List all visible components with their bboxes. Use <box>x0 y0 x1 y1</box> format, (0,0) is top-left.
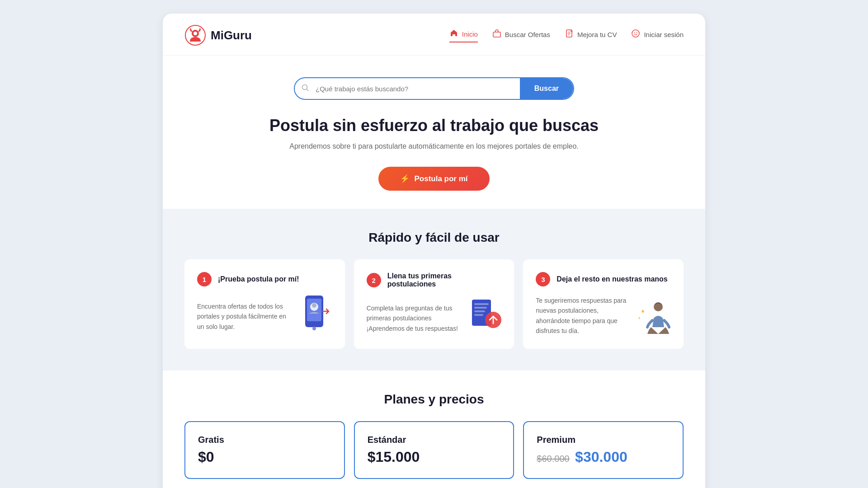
feature-header-3: 3 Deja el resto en nuestras manos <box>536 272 671 286</box>
svg-point-8 <box>302 84 307 89</box>
feature-title-3: Deja el resto en nuestras manos <box>557 275 667 283</box>
svg-point-20 <box>654 302 663 311</box>
nav-item-login[interactable]: Iniciar sesión <box>631 29 684 42</box>
hero-subtitle: Aprendemos sobre ti para postularte auto… <box>184 142 684 150</box>
hero-title: Postula sin esfuerzo al trabajo que busc… <box>184 116 684 135</box>
search-button[interactable]: Buscar <box>520 78 573 99</box>
svg-point-2 <box>193 32 197 35</box>
plan-price-premium: $30.000 <box>575 449 627 465</box>
briefcase-icon <box>492 29 501 40</box>
logo: MiGuru <box>184 24 252 46</box>
feature-text-2: Completa las preguntas de tus primeras p… <box>367 303 461 333</box>
plan-price-old-premium: $60.000 <box>537 454 569 464</box>
features-section: Rápido y fácil de usar 1 ¡Prueba postula… <box>163 209 705 371</box>
feature-body-2: Completa las preguntas de tus primeras p… <box>367 297 502 333</box>
svg-point-7 <box>637 32 637 33</box>
feature-illus-2 <box>465 297 501 333</box>
svg-point-5 <box>632 30 639 37</box>
logo-icon <box>184 24 206 46</box>
search-bar: Buscar <box>294 77 574 100</box>
feature-number-3: 3 <box>536 272 550 286</box>
document-icon <box>565 29 574 40</box>
plan-name-premium: Premium <box>537 435 670 445</box>
header: MiGuru Inicio Buscar Ofertas Mejora tu C… <box>163 14 705 56</box>
svg-rect-3 <box>493 32 500 37</box>
feature-card-3: 3 Deja el resto en nuestras manos Te sug… <box>523 259 684 349</box>
feature-body-3: Te sugeriremos respuestas para nuevas po… <box>536 296 671 336</box>
features-grid: 1 ¡Prueba postula por mí! Encuentra ofer… <box>184 259 684 349</box>
feature-text-3: Te sugeriremos respuestas para nuevas po… <box>536 296 630 336</box>
pricing-card-gratis: Gratis $0 <box>184 421 345 479</box>
feature-number-2: 2 <box>367 273 381 287</box>
pricing-section: Planes y precios Gratis $0 Estándar $15.… <box>163 371 705 488</box>
main-card: MiGuru Inicio Buscar Ofertas Mejora tu C… <box>163 14 705 488</box>
feature-header-1: 1 ¡Prueba postula por mí! <box>197 272 332 286</box>
svg-rect-18 <box>474 314 483 316</box>
pricing-card-premium: Premium $60.000 $30.000 <box>523 421 684 479</box>
plan-name-gratis: Gratis <box>198 435 331 445</box>
cta-button[interactable]: ⚡ Postula por mí <box>378 167 489 191</box>
feature-number-1: 1 <box>197 272 212 286</box>
pricing-grid: Gratis $0 Estándar $15.000 Premium $60.0… <box>184 421 684 479</box>
feature-title-2: Llena tus primeras postulaciones <box>387 272 502 288</box>
plan-price-estandar: $15.000 <box>368 449 501 465</box>
svg-rect-15 <box>474 303 489 305</box>
lightning-icon: ⚡ <box>400 174 410 183</box>
plan-price-premium-wrap: $60.000 $30.000 <box>537 449 670 465</box>
nav-item-cv[interactable]: Mejora tu CV <box>565 29 617 42</box>
svg-point-6 <box>634 32 635 33</box>
feature-title-1: ¡Prueba postula por mí! <box>218 275 299 283</box>
nav-item-inicio[interactable]: Inicio <box>449 28 478 42</box>
feature-illus-3 <box>635 300 671 336</box>
svg-point-12 <box>312 303 316 308</box>
feature-card-2: 2 Llena tus primeras postulaciones Compl… <box>354 259 514 349</box>
plan-name-estandar: Estándar <box>368 435 501 445</box>
feature-header-2: 2 Llena tus primeras postulaciones <box>367 272 502 288</box>
pricing-card-estandar: Estándar $15.000 <box>354 421 514 479</box>
feature-body-1: Encuentra ofertas de todos los portales … <box>197 296 332 332</box>
nav-item-buscar[interactable]: Buscar Ofertas <box>492 29 550 42</box>
feature-illus-1 <box>296 296 332 332</box>
plan-price-gratis: $0 <box>198 449 331 465</box>
main-nav: Inicio Buscar Ofertas Mejora tu CV Inici… <box>449 28 684 42</box>
search-input[interactable] <box>316 79 520 99</box>
logo-text: MiGuru <box>211 28 252 42</box>
hero-section: Buscar Postula sin esfuerzo al trabajo q… <box>163 56 705 209</box>
search-icon <box>295 84 316 94</box>
features-title: Rápido y fácil de usar <box>184 230 684 245</box>
smiley-icon <box>631 29 640 40</box>
feature-card-1: 1 ¡Prueba postula por mí! Encuentra ofer… <box>184 259 345 349</box>
feature-text-1: Encuentra ofertas de todos los portales … <box>197 301 292 332</box>
home-icon <box>449 28 458 40</box>
svg-rect-17 <box>474 310 485 312</box>
svg-point-13 <box>312 327 316 330</box>
svg-rect-16 <box>474 307 487 309</box>
pricing-title: Planes y precios <box>184 392 684 407</box>
